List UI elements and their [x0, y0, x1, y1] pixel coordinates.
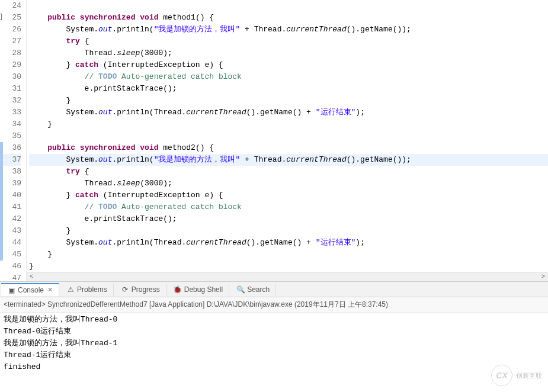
scroll-left-arrow-icon[interactable]: <: [27, 274, 36, 280]
bottom-view-tabs: ▣Console✕⚠Problems⟳Progress🐞Debug Shell🔍…: [0, 282, 548, 297]
line-number: 46: [0, 261, 21, 272]
tab-label: Debug Shell: [184, 285, 223, 294]
scroll-right-arrow-icon[interactable]: >: [539, 274, 548, 280]
scroll-track[interactable]: [36, 272, 539, 281]
change-marker: [0, 189, 3, 201]
debug-icon: 🐞: [174, 285, 182, 294]
tab-search[interactable]: 🔍Search: [230, 284, 276, 295]
change-marker: [0, 178, 3, 189]
change-marker: [0, 249, 3, 261]
watermark: CX 创新互联: [491, 365, 542, 386]
tab-console[interactable]: ▣Console✕: [1, 283, 59, 296]
console-line: finished: [4, 361, 544, 373]
code-line[interactable]: try {: [29, 166, 548, 178]
line-number: 28: [0, 47, 21, 59]
line-number: 47: [0, 272, 21, 282]
console-icon: ▣: [7, 286, 15, 294]
change-marker: [0, 237, 3, 249]
code-line[interactable]: e.printStackTrace();: [29, 213, 548, 225]
change-marker: [0, 201, 3, 213]
console-output[interactable]: 我是加锁的方法，我叫Thread-0Thread-0运行结束我是加锁的方法，我叫…: [0, 313, 548, 374]
code-line[interactable]: }: [29, 261, 548, 272]
fold-toggle-icon[interactable]: −: [0, 14, 2, 20]
change-marker: [0, 225, 3, 237]
console-line: Thread-1运行结束: [4, 349, 544, 361]
code-editor[interactable]: 2425−2627282930313233343536−373839404142…: [0, 0, 548, 282]
tab-problems[interactable]: ⚠Problems: [60, 284, 114, 295]
search-icon: 🔍: [236, 285, 245, 294]
line-number: 37: [0, 154, 21, 166]
code-line[interactable]: e.printStackTrace();: [29, 83, 548, 95]
line-number: 35: [0, 130, 21, 142]
code-line[interactable]: // TODO Auto-generated catch block: [29, 71, 548, 83]
code-line[interactable]: [29, 130, 548, 142]
tab-label: Console: [18, 286, 44, 294]
line-number: 29: [0, 59, 21, 71]
code-line[interactable]: } catch (InterruptedException e) {: [29, 59, 548, 71]
line-number: 27: [0, 36, 21, 47]
line-number: 43: [0, 225, 21, 237]
problems-icon: ⚠: [66, 285, 75, 294]
code-line[interactable]: [29, 0, 548, 12]
console-line: Thread-0运行结束: [4, 326, 544, 338]
code-line[interactable]: public synchronized void method2() {: [29, 142, 548, 154]
code-line[interactable]: System.out.println(Thread.currentThread(…: [29, 237, 548, 249]
line-number: 38: [0, 166, 21, 178]
code-line[interactable]: }: [29, 249, 548, 261]
line-number: 33: [0, 107, 21, 118]
line-number: 30: [0, 71, 21, 83]
line-number: 31: [0, 83, 21, 95]
code-line[interactable]: Thread.sleep(3000);: [29, 178, 548, 189]
code-area[interactable]: public synchronized void method1() { Sys…: [27, 0, 548, 281]
code-line[interactable]: System.out.println("我是加锁的方法，我叫" + Thread…: [29, 24, 548, 36]
code-line[interactable]: System.out.println("我是加锁的方法，我叫" + Thread…: [29, 154, 548, 166]
change-marker: [0, 166, 3, 178]
line-number: 26: [0, 24, 21, 36]
line-number: 32: [0, 95, 21, 107]
line-number: 36−: [0, 142, 21, 154]
close-icon[interactable]: ✕: [47, 286, 53, 294]
line-number: 25−: [0, 12, 21, 24]
tab-label: Progress: [132, 285, 160, 294]
change-marker: [0, 154, 3, 166]
code-line[interactable]: try {: [29, 36, 548, 47]
horizontal-scrollbar[interactable]: < >: [27, 272, 548, 281]
line-number: 39: [0, 178, 21, 189]
line-number: 34: [0, 118, 21, 130]
watermark-logo-icon: CX: [491, 365, 512, 386]
progress-icon: ⟳: [121, 285, 129, 294]
change-marker: [0, 142, 3, 154]
tab-label: Problems: [77, 285, 107, 294]
line-number-gutter: 2425−2627282930313233343536−373839404142…: [0, 0, 27, 281]
line-number: 42: [0, 213, 21, 225]
line-number: 24: [0, 0, 21, 12]
line-number: 45: [0, 249, 21, 261]
code-line[interactable]: public synchronized void method1() {: [29, 12, 548, 24]
tab-debug-shell[interactable]: 🐞Debug Shell: [168, 284, 229, 295]
code-line[interactable]: }: [29, 95, 548, 107]
code-line[interactable]: } catch (InterruptedException e) {: [29, 189, 548, 201]
watermark-text: 创新互联: [516, 371, 542, 380]
change-marker: [0, 213, 3, 225]
code-line[interactable]: }: [29, 225, 548, 237]
console-process-header: <terminated> SynchronizedDefferentMethod…: [0, 297, 548, 313]
code-line[interactable]: System.out.println(Thread.currentThread(…: [29, 107, 548, 118]
line-number: 41: [0, 201, 21, 213]
line-number: 40: [0, 189, 21, 201]
code-line[interactable]: }: [29, 118, 548, 130]
console-line: 我是加锁的方法，我叫Thread-1: [4, 338, 544, 349]
tab-label: Search: [247, 285, 270, 294]
console-line: 我是加锁的方法，我叫Thread-0: [4, 314, 544, 326]
code-line[interactable]: // TODO Auto-generated catch block: [29, 201, 548, 213]
line-number: 44: [0, 237, 21, 249]
code-line[interactable]: Thread.sleep(3000);: [29, 47, 548, 59]
tab-progress[interactable]: ⟳Progress: [115, 284, 166, 295]
